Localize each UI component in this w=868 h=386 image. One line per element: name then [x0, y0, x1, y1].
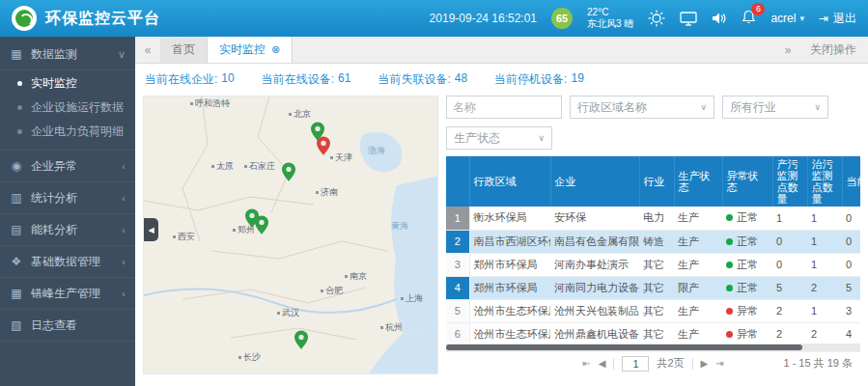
- chevron-left-icon: ‹: [122, 224, 126, 235]
- close-operations-button[interactable]: 关闭操作: [810, 41, 856, 58]
- status-dot: [726, 262, 733, 268]
- bar-chart-icon: ▥: [10, 191, 23, 205]
- map-pin-zhengzhou-2[interactable]: [255, 215, 268, 234]
- aqi-badge: 65: [551, 8, 573, 29]
- sidebar-item-power-load-detail[interactable]: 企业电力负荷明细: [0, 120, 135, 144]
- datetime: 2019-09-24 16:52:01: [430, 12, 537, 25]
- city-dot: [211, 165, 214, 168]
- stat-lost-devices: 当前失联设备:48: [378, 71, 467, 88]
- sidebar-item-energy-analysis[interactable]: ▤ 能耗分析 ‹: [0, 214, 135, 246]
- sidebar: ▦ 数据监测 ∨ 实时监控 企业设施运行数据 企业电力负荷明细 ◉ 企业异常 ‹…: [0, 37, 135, 386]
- app-title: 环保监控云平台: [45, 9, 160, 29]
- status-dot: [726, 238, 733, 245]
- status-summary: 当前在线企业:10 当前在线设备:61 当前失联设备:48 当前停机设备:19: [143, 69, 860, 96]
- map-city-label: 上海: [401, 292, 423, 305]
- city-dot: [401, 297, 404, 300]
- wind-condition: 东北风3 晴: [587, 18, 633, 30]
- alert-icon: ◉: [10, 159, 23, 173]
- table-row[interactable]: 4 郑州市环保局 河南同力电力设备 其它 限产 正常 5 2 5: [446, 276, 860, 299]
- chevron-down-icon: ∨: [700, 102, 707, 112]
- sidebar-item-data-monitoring[interactable]: ▦ 数据监测 ∨: [0, 39, 135, 70]
- horizontal-scrollbar-track[interactable]: [446, 344, 860, 351]
- map-city-label: 西安: [173, 231, 195, 243]
- total-pages-label: 共2页: [657, 356, 684, 371]
- status-dot: [726, 308, 733, 315]
- monitor-icon[interactable]: [680, 12, 697, 26]
- map-city-label: 南京: [345, 270, 367, 283]
- chevron-down-icon: ∨: [118, 48, 126, 61]
- table-row[interactable]: 2 南昌市西湖区环保 南昌有色金属有限 铸造 生产 正常 0 1 0: [446, 230, 860, 253]
- table-row[interactable]: 5 沧州市生态环保局 沧州天兴包装制品 其它 生产 异常 2 1 3: [446, 299, 860, 322]
- tab-scroll-right-icon[interactable]: »: [775, 43, 800, 57]
- table-row[interactable]: 1 衡水环保局 安环保 电力 生产 正常 1 1 0: [446, 207, 860, 230]
- sidebar-item-basic-data[interactable]: ❖ 基础数据管理 ‹: [0, 246, 135, 278]
- chevron-down-icon: ∨: [814, 102, 821, 112]
- city-dot: [380, 326, 383, 329]
- first-page-icon[interactable]: ⇤: [582, 358, 590, 369]
- region-select[interactable]: 行政区域名称 ∨: [570, 96, 714, 119]
- last-page-icon[interactable]: ⇥: [715, 358, 723, 369]
- monitor-grid-icon: ▦: [10, 47, 23, 61]
- map-city-label: 北京: [289, 108, 311, 121]
- tab-home[interactable]: 首页: [160, 37, 208, 63]
- map-collapse-button[interactable]: ◀: [144, 218, 158, 241]
- map-pin-shijiazhuang[interactable]: [282, 162, 295, 181]
- results-panel: 行政区域名称 ∨ 所有行业 ∨ 生产状态 ∨: [446, 96, 860, 374]
- log-document-icon: ▧: [10, 318, 23, 332]
- weather-sun-icon: [648, 10, 665, 27]
- map-city-label: 武汉: [277, 307, 299, 319]
- map-city-label: 济南: [316, 186, 338, 199]
- table-row[interactable]: 6 沧州市生态环保局 沧州鼎鑫机电设备 其它 生产 异常 2 2 4: [446, 322, 860, 343]
- page-number-input[interactable]: [622, 356, 649, 372]
- app-logo-icon: [12, 6, 37, 31]
- sidebar-item-log-view[interactable]: ▧ 日志查看: [0, 310, 135, 342]
- sidebar-item-offpeak-production[interactable]: ▦ 错峰生产管理 ‹: [0, 278, 135, 310]
- city-dot: [233, 229, 236, 232]
- tab-close-icon[interactable]: ⊗: [271, 43, 280, 56]
- map-city-label: 天津: [330, 152, 352, 164]
- tab-realtime-monitoring[interactable]: 实时监控 ⊗: [208, 37, 293, 63]
- city-dot: [244, 165, 247, 168]
- temperature: 22°C: [587, 7, 633, 18]
- sidebar-item-enterprise-abnormal[interactable]: ◉ 企业异常 ‹: [0, 151, 135, 182]
- sidebar-item-facility-data[interactable]: 企业设施运行数据: [0, 96, 135, 120]
- chevron-left-icon: ‹: [122, 192, 126, 204]
- logout-icon: ⇥: [819, 12, 828, 25]
- status-dot: [726, 285, 733, 291]
- row-number-header: [446, 156, 469, 207]
- app-header: 环保监控云平台 2019-09-24 16:52:01 65 22°C 东北风3…: [0, 0, 868, 37]
- city-dot: [289, 113, 292, 116]
- city-dot: [238, 356, 241, 359]
- sea-label: 黄海: [391, 220, 408, 233]
- next-page-icon[interactable]: ▶: [701, 358, 709, 369]
- chevron-left-icon: ‹: [122, 288, 126, 299]
- map-pin-tianjin[interactable]: [317, 136, 330, 155]
- table-row[interactable]: 3 郑州市环保局 河南办事处演示 其它 生产 正常 0 1 0: [446, 253, 860, 276]
- city-dot: [173, 235, 176, 238]
- city-dot: [330, 156, 333, 159]
- pagination-bar: ⇤ ◀ 共2页 ▶ ⇥ 1 - 15 共 19 条: [446, 351, 860, 374]
- horizontal-scrollbar-thumb[interactable]: [446, 345, 802, 350]
- notification-bell-icon[interactable]: 6: [742, 10, 756, 28]
- database-icon: ❖: [10, 255, 23, 268]
- map-pin-changsha[interactable]: [294, 330, 308, 349]
- logout-button[interactable]: ⇥ 退出: [819, 11, 856, 27]
- production-status-select[interactable]: 生产状态 ∨: [446, 126, 552, 150]
- user-menu[interactable]: acrel ▾: [770, 12, 804, 25]
- sidebar-item-realtime-monitoring[interactable]: 实时监控: [0, 71, 135, 96]
- city-dot: [316, 191, 319, 194]
- calendar-icon: ▦: [10, 287, 23, 300]
- map-city-label: 石家庄: [244, 160, 275, 173]
- tab-scroll-left-icon[interactable]: «: [135, 37, 160, 63]
- sidebar-item-statistics[interactable]: ▥ 统计分析 ‹: [0, 182, 135, 214]
- table-header-row: 行政区域 企业 行业 生产状态 异常状态 产污监测点数量 治污监测点数量 当前运…: [446, 156, 860, 207]
- stat-stopped-devices: 当前停机设备:19: [494, 71, 584, 88]
- speaker-icon[interactable]: [712, 12, 727, 25]
- logout-label: 退出: [833, 11, 856, 27]
- sea-label: 渤海: [368, 145, 385, 157]
- map-panel[interactable]: 呼和浩特北京天津太原石家庄济南西安郑州南京合肥上海武汉杭州长沙渤海黄海 ◀: [143, 96, 438, 374]
- prev-page-icon[interactable]: ◀: [599, 358, 606, 369]
- status-dot: [726, 331, 733, 338]
- name-search-input[interactable]: [446, 96, 562, 119]
- industry-select[interactable]: 所有行业 ∨: [722, 96, 828, 119]
